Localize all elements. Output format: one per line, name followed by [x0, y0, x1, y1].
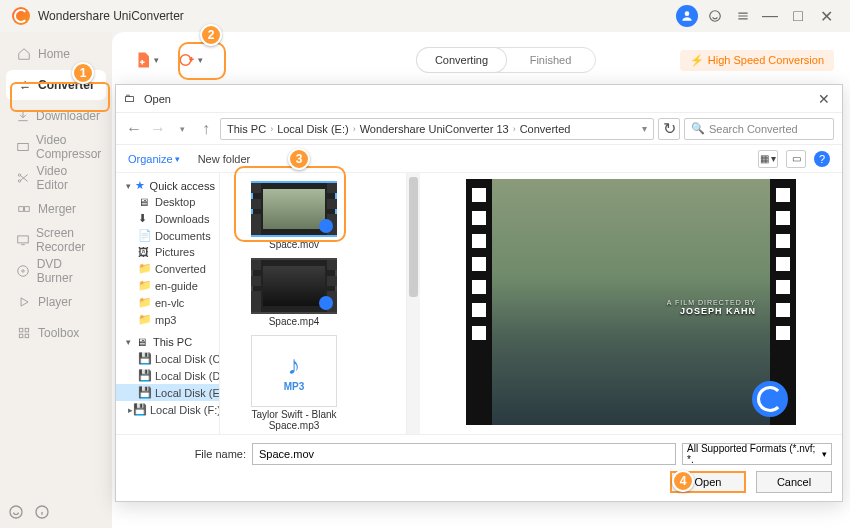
download-icon [16, 108, 30, 124]
view-mode-button[interactable]: ▦ ▾ [758, 150, 778, 168]
sidebar-item-dvd[interactable]: DVD Burner [6, 256, 106, 286]
quicktime-icon [319, 219, 333, 233]
quicktime-badge-icon [752, 381, 788, 417]
sidebar-item-label: Downloader [36, 109, 100, 123]
preview-frame: A FILM DIRECTED BY JOSEPH KAHN [466, 179, 796, 425]
tree-disk-d[interactable]: 💾Local Disk (D:) [116, 367, 219, 384]
scissors-icon [16, 170, 31, 186]
sidebar-item-merger[interactable]: Merger [6, 194, 106, 224]
home-icon [16, 46, 32, 62]
nav-back[interactable]: ← [124, 119, 144, 139]
file-label: Space.mp4 [246, 316, 342, 327]
menu-icon[interactable] [732, 5, 754, 27]
tree-mp3[interactable]: 📁mp3 [116, 311, 219, 328]
feedback-icon[interactable] [8, 504, 24, 520]
tree-this-pc[interactable]: ▾🖥This PC [116, 334, 219, 350]
svg-rect-10 [19, 328, 23, 332]
dialog-close-button[interactable]: ✕ [814, 91, 834, 107]
minimize-button[interactable]: — [758, 4, 782, 28]
dialog-body: ▾★Quick access 🖥Desktop ⬇Downloads 📄Docu… [116, 173, 842, 434]
add-file-button[interactable]: ▾ [128, 44, 164, 76]
sidebar-item-toolbox[interactable]: Toolbox [6, 318, 106, 348]
tab-converting[interactable]: Converting [417, 48, 506, 72]
svg-point-3 [19, 174, 21, 176]
svg-point-14 [180, 55, 191, 66]
music-note-icon: ♪ [288, 350, 301, 381]
svg-rect-13 [25, 334, 29, 338]
tree-converted[interactable]: 📁Converted [116, 260, 219, 277]
annotation-1: 1 [72, 62, 94, 84]
crumb[interactable]: This PC [227, 123, 266, 135]
sidebar-item-label: Home [38, 47, 70, 61]
crumb[interactable]: Converted [520, 123, 571, 135]
tree-documents[interactable]: 📄Documents [116, 227, 219, 244]
bolt-icon: ⚡ [690, 54, 704, 67]
user-icon[interactable] [676, 5, 698, 27]
breadcrumb[interactable]: This PC› Local Disk (E:)› Wondershare Un… [220, 118, 654, 140]
file-mp3[interactable]: ♪MP3 Taylor Swift - Blank Space.mp3 [244, 333, 344, 433]
crumb[interactable]: Wondershare UniConverter 13 [360, 123, 509, 135]
svg-point-15 [10, 506, 22, 518]
tree-en-guide[interactable]: 📁en-guide [116, 277, 219, 294]
filename-input[interactable] [252, 443, 676, 465]
high-speed-label: High Speed Conversion [708, 54, 824, 66]
dialog-icon: 🗀 [124, 92, 138, 106]
svg-rect-2 [18, 144, 29, 151]
quicktime-icon [319, 296, 333, 310]
add-url-button[interactable]: ▾ [172, 44, 208, 76]
tree-en-vlc[interactable]: 📁en-vlc [116, 294, 219, 311]
dialog-nav: ← → ▾ ↑ This PC› Local Disk (E:)› Wonder… [116, 113, 842, 145]
tree-downloads[interactable]: ⬇Downloads [116, 210, 219, 227]
sidebar-item-downloader[interactable]: Downloader [6, 101, 106, 131]
file-space-mp4[interactable]: Space.mp4 [244, 256, 344, 329]
tree-disk-c[interactable]: 💾Local Disk (C:) [116, 350, 219, 367]
organize-button[interactable]: Organize▾ [128, 153, 180, 165]
file-area: Space.mov Space.mp4 ♪MP3 Taylor Swift - … [220, 173, 842, 434]
sidebar-item-label: Screen Recorder [36, 226, 96, 254]
tree-disk-f[interactable]: ▸💾Local Disk (F:) [116, 401, 219, 418]
nav-dropdown[interactable]: ▾ [172, 119, 192, 139]
support-icon[interactable] [704, 5, 726, 27]
titlebar: Wondershare UniConverter — □ ✕ [0, 0, 850, 32]
file-space-mov[interactable]: Space.mov [244, 179, 344, 252]
maximize-button[interactable]: □ [786, 4, 810, 28]
status-tabs: Converting Finished [416, 47, 596, 73]
file-scrollbar[interactable] [406, 173, 420, 434]
file-label: Space.mov [246, 239, 342, 250]
sidebar-item-recorder[interactable]: Screen Recorder [6, 225, 106, 255]
play-icon [16, 294, 32, 310]
sidebar-item-compressor[interactable]: Video Compressor [6, 132, 106, 162]
info-icon[interactable] [34, 504, 50, 520]
refresh-plus-icon [178, 51, 196, 69]
help-button[interactable]: ? [814, 151, 830, 167]
preview-toggle-button[interactable]: ▭ [786, 150, 806, 168]
tree-pictures[interactable]: 🖼Pictures [116, 244, 219, 260]
crumb[interactable]: Local Disk (E:) [277, 123, 349, 135]
sidebar: Home Converter Downloader Video Compress… [0, 32, 112, 528]
preview-overlay-text: A FILM DIRECTED BY JOSEPH KAHN [667, 299, 756, 316]
format-select[interactable]: All Supported Formats (*.nvf; *.▾ [682, 443, 832, 465]
sidebar-item-editor[interactable]: Video Editor [6, 163, 106, 193]
nav-forward[interactable]: → [148, 119, 168, 139]
sidebar-item-label: Merger [38, 202, 76, 216]
close-button[interactable]: ✕ [814, 4, 838, 28]
svg-rect-5 [19, 207, 24, 212]
filename-label: File name: [126, 448, 246, 460]
dialog-toolbar: Organize▾ New folder ▦ ▾ ▭ ? [116, 145, 842, 173]
tree-disk-e[interactable]: 💾Local Disk (E:) [116, 384, 219, 401]
high-speed-button[interactable]: ⚡ High Speed Conversion [680, 50, 834, 71]
sidebar-item-label: Player [38, 295, 72, 309]
search-input[interactable]: 🔍 Search Converted [684, 118, 834, 140]
tab-finished[interactable]: Finished [506, 48, 595, 72]
grid-icon [16, 325, 32, 341]
file-plus-icon [134, 51, 152, 69]
refresh-button[interactable]: ↻ [658, 118, 680, 140]
nav-up[interactable]: ↑ [196, 119, 216, 139]
svg-point-1 [710, 11, 721, 22]
new-folder-button[interactable]: New folder [198, 153, 251, 165]
svg-rect-7 [18, 236, 29, 243]
tree-quick-access[interactable]: ▾★Quick access [116, 177, 219, 194]
tree-desktop[interactable]: 🖥Desktop [116, 194, 219, 210]
cancel-button[interactable]: Cancel [756, 471, 832, 493]
sidebar-item-player[interactable]: Player [6, 287, 106, 317]
